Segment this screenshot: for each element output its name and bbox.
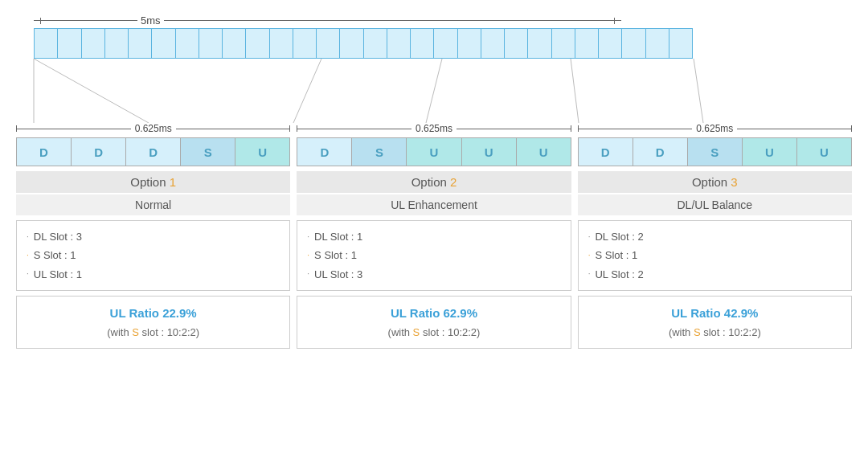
wide-slot <box>175 28 199 59</box>
svg-line-2 <box>293 59 321 123</box>
col1-detail-row-1: · DL Slot : 3 <box>27 227 280 246</box>
col1-slot-s: S <box>181 138 235 166</box>
col3-detail-box: · DL Slot : 2 · S Slot : 1 · UL Slot : 2 <box>578 220 852 291</box>
col2-ratio-value: UL Ratio 62.9% <box>302 303 565 324</box>
col1-detail-row-2: · S Slot : 1 <box>27 246 280 264</box>
col1-slot-d3: D <box>126 138 181 166</box>
col2-ms-annot: 0.625ms <box>297 123 571 134</box>
svg-line-3 <box>426 59 442 123</box>
col1-detail-box: · DL Slot : 3 · S Slot : 1 · UL Slot : 1 <box>16 220 290 291</box>
wide-slot <box>433 28 457 59</box>
col2-slot-u1: U <box>407 138 461 166</box>
wide-slot <box>222 28 245 59</box>
col2-slot-u2: U <box>462 138 517 166</box>
col2-ratio-box: UL Ratio 62.9% (with S slot : 10:2:2) <box>297 296 571 349</box>
main-container: 5ms <box>0 0 868 454</box>
column-2: 0.625ms D S U U U Option 2 UL Enhancemen… <box>297 123 571 446</box>
col3-ratio-sub: (with S slot : 10:2:2) <box>583 324 846 342</box>
converge-svg <box>16 59 852 123</box>
col2-detail-box: · DL Slot : 1 · S Slot : 1 · UL Slot : 3 <box>297 220 571 291</box>
wide-slot <box>481 28 504 59</box>
wide-slot <box>34 28 57 59</box>
three-columns: 0.625ms D D D S U Option 1 Normal · <box>16 123 852 446</box>
col2-slot-row: D S U U U <box>297 137 571 166</box>
col3-mode-label: DL/UL Balance <box>578 194 852 215</box>
col1-option-label: Option 1 <box>16 171 290 193</box>
col2-slot-s: S <box>352 138 407 166</box>
col2-option-label: Option 2 <box>297 171 571 193</box>
col1-slot-row: D D D S U <box>16 137 290 166</box>
wide-slot <box>57 28 80 59</box>
wide-slot <box>410 28 433 59</box>
wide-slot <box>575 28 598 59</box>
wide-slot <box>293 28 316 59</box>
col3-option-label: Option 3 <box>578 171 852 193</box>
wide-slot <box>151 28 174 59</box>
wide-slot <box>199 28 222 59</box>
col3-ms-annot: 0.625ms <box>578 123 852 134</box>
svg-line-1 <box>34 59 149 123</box>
wide-slot <box>504 28 527 59</box>
col3-slot-u2: U <box>797 138 851 166</box>
wide-slot <box>621 28 645 59</box>
col3-slot-d1: D <box>579 138 633 166</box>
col1-ratio-value: UL Ratio 22.9% <box>22 303 285 324</box>
five-ms-label: 5ms <box>141 14 161 27</box>
converge-section <box>16 59 852 123</box>
wide-slot <box>104 28 128 59</box>
wide-slot <box>551 28 575 59</box>
wide-slot <box>316 28 339 59</box>
col2-ms-label: 0.625ms <box>416 123 452 134</box>
col2-ratio-sub: (with S slot : 10:2:2) <box>302 324 565 342</box>
col1-ms-label: 0.625ms <box>135 123 172 134</box>
wide-slot <box>81 28 104 59</box>
column-1: 0.625ms D D D S U Option 1 Normal · <box>16 123 290 446</box>
svg-line-4 <box>571 59 579 123</box>
column-3: 0.625ms D D S U U Option 3 DL/UL Balance… <box>578 123 852 446</box>
col3-slot-row: D D S U U <box>578 137 852 166</box>
col1-slot-d2: D <box>72 138 126 166</box>
col2-detail-row-1: · DL Slot : 1 <box>307 227 560 246</box>
col2-detail-row-3: · UL Slot : 3 <box>307 265 560 284</box>
col3-ratio-value: UL Ratio 42.9% <box>583 303 846 324</box>
wide-slot <box>457 28 481 59</box>
col2-slot-d: D <box>297 138 352 166</box>
wide-slot <box>363 28 387 59</box>
wide-slot <box>245 28 268 59</box>
col1-ms-annot: 0.625ms <box>16 123 290 134</box>
wide-slot <box>387 28 410 59</box>
wide-slot <box>645 28 669 59</box>
col1-slot-u: U <box>235 138 289 166</box>
col1-detail-row-3: · UL Slot : 1 <box>27 265 280 284</box>
wide-slot <box>339 28 362 59</box>
col1-ratio-box: UL Ratio 22.9% (with S slot : 10:2:2) <box>16 296 290 349</box>
col1-mode-label: Normal <box>16 194 290 215</box>
col3-slot-u1: U <box>743 138 797 166</box>
col1-slot-d1: D <box>17 138 72 166</box>
col3-detail-row-2: · S Slot : 1 <box>588 246 841 264</box>
col3-ms-label: 0.625ms <box>696 123 733 134</box>
svg-line-5 <box>694 59 703 123</box>
col3-slot-s: S <box>688 138 743 166</box>
col1-ratio-sub: (with S slot : 10:2:2) <box>22 324 285 342</box>
wide-slots-bar <box>34 28 693 59</box>
col3-ratio-box: UL Ratio 42.9% (with S slot : 10:2:2) <box>578 296 852 349</box>
col2-detail-row-2: · S Slot : 1 <box>307 246 560 264</box>
wide-slot <box>598 28 621 59</box>
col2-mode-label: UL Enhancement <box>297 194 571 215</box>
wide-slot <box>269 28 293 59</box>
col3-detail-row-1: · DL Slot : 2 <box>588 227 841 246</box>
col3-slot-d2: D <box>633 138 688 166</box>
wide-slot <box>128 28 151 59</box>
col2-slot-u3: U <box>517 138 571 166</box>
wide-slot <box>527 28 551 59</box>
wide-slot <box>669 28 693 59</box>
col3-detail-row-3: · UL Slot : 2 <box>588 265 841 284</box>
